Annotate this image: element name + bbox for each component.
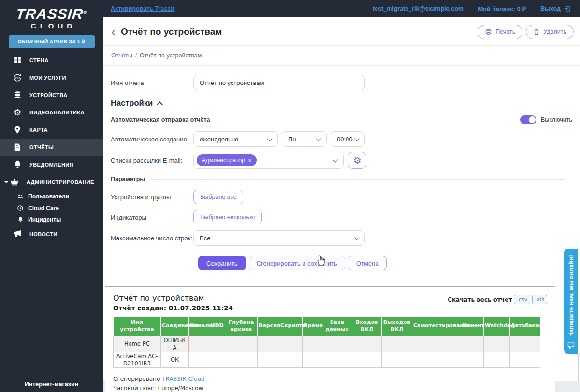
report-cell: ОШИБКА bbox=[161, 336, 189, 352]
report-column-header: Скрипты bbox=[279, 317, 303, 336]
report-cell bbox=[484, 336, 510, 352]
report-cell bbox=[412, 336, 461, 352]
chat-tab[interactable]: Напишите нам, мы онлайн! bbox=[564, 249, 578, 354]
max-rows-select[interactable]: Все bbox=[193, 230, 365, 246]
delete-button[interactable]: Удалить bbox=[526, 25, 574, 39]
chevron-down-icon bbox=[267, 136, 272, 141]
report-column-header: Соединение bbox=[161, 317, 189, 336]
form-actions: Сохранить Сгенерировать и сохранить Отме… bbox=[198, 256, 572, 270]
sidebar-subitem-users[interactable]: Пользователи bbox=[0, 191, 103, 202]
topbar-right: test_migrate_rik@example.com Мой баланс:… bbox=[373, 5, 570, 13]
report-column-header: Глубина архива bbox=[225, 317, 258, 336]
breadcrumb-separator: / bbox=[135, 52, 137, 59]
report-column-header: Имя устройства bbox=[114, 317, 161, 336]
sidebar-subitem-cloud-care[interactable]: Cloud Care bbox=[0, 202, 103, 214]
internet-shop-link[interactable]: Интернет-магазин bbox=[0, 381, 103, 388]
generate-and-save-button[interactable]: Сгенерировать и сохранить bbox=[249, 256, 345, 270]
auto-create-label: Автоматическое создание bbox=[111, 136, 193, 143]
sidebar-item-reports[interactable]: ОТЧЁТЫ bbox=[0, 139, 103, 156]
sidebar-item-devices[interactable]: УСТРОЙСТВА bbox=[0, 86, 103, 104]
sidebar-item-map[interactable]: КАРТА bbox=[0, 121, 103, 139]
params-label: Параметры bbox=[111, 176, 145, 182]
email-lists-row: Списки рассылки E-mail: Администратор × … bbox=[111, 152, 572, 169]
report-head: Отчёт по устройствам Отчёт создан: 01.07… bbox=[113, 294, 547, 312]
chat-tab-label: Напишите нам, мы онлайн! bbox=[568, 255, 575, 337]
collapse-arrow-icon[interactable] bbox=[4, 181, 8, 183]
report-cell bbox=[352, 336, 382, 352]
sidebar-item-administration[interactable]: АДМИНИСТРИРОВАНИЕ bbox=[0, 173, 103, 191]
registered-mark: ® bbox=[83, 10, 87, 14]
divider-line bbox=[152, 179, 566, 180]
save-button[interactable]: Сохранить bbox=[198, 256, 246, 270]
sidebar-subitem-incidents[interactable]: Инциденты bbox=[0, 214, 103, 225]
chevron-up-icon bbox=[157, 101, 163, 108]
timezone-label: Часовой пояс: Europe/Moscow bbox=[113, 385, 203, 392]
breadcrumb-reports-link[interactable]: Отчёты bbox=[111, 52, 132, 59]
devices-label: Устройства и группы bbox=[111, 194, 193, 201]
devices-row: Устройства и группы Выбрано всё bbox=[111, 190, 572, 204]
period-select[interactable]: еженедельно bbox=[193, 131, 278, 147]
report-cell bbox=[303, 352, 322, 368]
email-lists-settings-button[interactable]: ⚙ bbox=[348, 152, 366, 169]
report-form: Имя отчета Настройки Автоматическая отпр… bbox=[103, 75, 580, 270]
chevron-down-icon bbox=[354, 136, 359, 141]
chevron-down-icon bbox=[333, 157, 338, 162]
remove-tag-icon[interactable]: × bbox=[248, 157, 252, 164]
sidebar-item-video-analytics[interactable]: ⚙ ВИДЕОАНАЛИТИКА bbox=[0, 104, 103, 121]
report-cell bbox=[382, 336, 412, 352]
printer-icon bbox=[485, 28, 492, 36]
max-rows-row: Максимальное число строк: Все bbox=[111, 230, 572, 246]
report-cell bbox=[382, 352, 412, 368]
logout-icon bbox=[564, 5, 570, 12]
trassir-cloud-link[interactable]: TRASSIR Cloud bbox=[162, 376, 205, 382]
report-name-input[interactable] bbox=[193, 75, 365, 90]
logo-cloud-label: CLOUD bbox=[0, 22, 103, 30]
activate-trassir-link[interactable]: Активировать Trassir bbox=[111, 5, 174, 12]
download-label: Скачать весь отчет bbox=[448, 296, 512, 303]
user-email[interactable]: test_migrate_rik@example.com bbox=[373, 5, 464, 12]
sidebar-item-notifications[interactable]: УВЕДОМЛЕНИЯ bbox=[0, 156, 103, 173]
page-header: ‹ Отчёт по устройствам Печать Удалить bbox=[103, 17, 580, 45]
chevron-down-icon bbox=[316, 136, 321, 141]
indicators-row: Индикаторы Выбрано несколько bbox=[111, 210, 572, 224]
weekday-select[interactable]: Пн bbox=[282, 131, 327, 147]
download-csv-button[interactable]: .csv bbox=[514, 295, 530, 304]
report-column-header: Версия bbox=[258, 317, 279, 336]
sidebar-item-my-services[interactable]: 24/7 МОИ УСЛУГИ bbox=[0, 69, 103, 86]
devices-select-button[interactable]: Выбрано всё bbox=[193, 190, 243, 204]
trassir-logo: TRASSIR® CLOUD bbox=[0, 0, 103, 30]
cloud-archive-promo-button[interactable]: ОБЛАЧНЫЙ АРХИВ ЗА 1 ₽ bbox=[9, 35, 95, 48]
download-xls-button[interactable]: .xls bbox=[532, 295, 547, 304]
report-table: Имя устройстваСоединениеКаналыHDDГлубина… bbox=[113, 316, 540, 368]
auto-send-state-label: Выключить bbox=[541, 116, 572, 123]
sidebar-nav: СТЕНА 24/7 МОИ УСЛУГИ УСТРОЙСТВА ⚙ ВИДЕО… bbox=[0, 52, 103, 243]
indicators-select-button[interactable]: Выбрано несколько bbox=[193, 210, 262, 224]
auto-send-toggle[interactable] bbox=[520, 115, 536, 124]
breadcrumb-current: Отчёт по устройствам bbox=[140, 52, 202, 59]
cancel-button[interactable]: Отмена bbox=[348, 256, 387, 270]
email-lists-multiselect[interactable]: Администратор × bbox=[193, 152, 344, 169]
toggle-knob bbox=[529, 116, 536, 123]
report-cell bbox=[510, 352, 540, 368]
app-root: TRASSIR® CLOUD ОБЛАЧНЫЙ АРХИВ ЗА 1 ₽ СТЕ… bbox=[0, 0, 580, 392]
users-icon bbox=[17, 193, 24, 200]
params-section-row: Параметры bbox=[111, 176, 572, 182]
report-cell bbox=[461, 352, 484, 368]
settings-section-header[interactable]: Настройки bbox=[111, 98, 572, 108]
report-cell bbox=[461, 336, 484, 352]
bell-icon bbox=[13, 160, 22, 169]
topbar: Активировать Trassir test_migrate_rik@ex… bbox=[103, 0, 580, 17]
divider-line bbox=[217, 120, 513, 120]
report-cell bbox=[258, 352, 279, 368]
time-select[interactable]: 00:00 bbox=[331, 131, 365, 147]
balance-link[interactable]: Мой баланс: 0 ₽ bbox=[478, 5, 526, 13]
sidebar-item-news[interactable]: НОВОСТИ bbox=[0, 225, 103, 243]
logout-link[interactable]: Выход bbox=[540, 5, 570, 12]
email-list-tag[interactable]: Администратор × bbox=[197, 154, 257, 166]
sidebar-item-wall[interactable]: СТЕНА bbox=[0, 52, 103, 69]
report-column-header: Самотестирование bbox=[412, 317, 461, 336]
report-cell bbox=[225, 336, 258, 352]
print-button[interactable]: Печать bbox=[478, 25, 522, 39]
report-column-header: Входов ВКЛ bbox=[352, 317, 382, 336]
back-chevron-icon[interactable]: ‹ bbox=[111, 27, 116, 37]
